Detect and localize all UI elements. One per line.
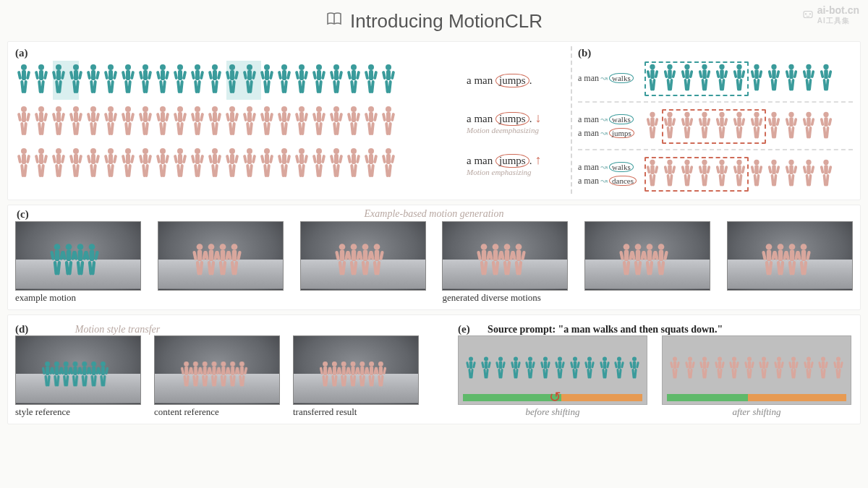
humanoid-figure [189, 106, 206, 139]
svg-rect-490 [720, 117, 724, 127]
svg-point-663 [373, 244, 380, 250]
svg-point-93 [281, 64, 287, 70]
svg-rect-178 [143, 112, 148, 122]
svg-rect-425 [716, 70, 720, 79]
svg-rect-191 [174, 113, 178, 122]
svg-rect-342 [234, 155, 239, 164]
svg-rect-239 [312, 113, 317, 122]
svg-rect-689 [511, 251, 516, 261]
humanoid-figure [524, 354, 537, 384]
svg-point-279 [56, 148, 61, 154]
svg-rect-124 [369, 70, 373, 80]
svg-point-579 [788, 160, 793, 165]
svg-point-381 [351, 148, 357, 154]
svg-rect-246 [339, 113, 343, 122]
humanoid-figure [697, 158, 712, 190]
svg-rect-154 [74, 112, 78, 122]
panel-e-tag: (e) [458, 323, 470, 335]
humanoid-figure [698, 354, 711, 384]
svg-rect-912 [576, 361, 580, 368]
svg-rect-108 [321, 71, 326, 80]
humanoid-figure [119, 147, 137, 181]
svg-rect-502 [754, 117, 759, 127]
svg-rect-328 [195, 154, 200, 164]
humanoid-figure [224, 147, 241, 181]
svg-rect-232 [299, 112, 304, 122]
humanoid-figure [102, 64, 119, 97]
humanoid-figure [362, 64, 380, 97]
humanoid-figure [787, 354, 800, 384]
humanoid-figure [679, 158, 695, 190]
svg-rect-54 [165, 71, 169, 80]
humanoid-figure [85, 64, 102, 97]
svg-point-111 [333, 64, 339, 70]
svg-rect-378 [339, 155, 343, 164]
svg-rect-887 [511, 361, 514, 368]
humanoid-figure [380, 147, 397, 181]
svg-rect-22 [74, 70, 78, 80]
svg-rect-53 [156, 71, 161, 80]
svg-rect-514 [789, 117, 793, 127]
svg-rect-424 [720, 69, 724, 79]
svg-point-963 [732, 357, 736, 361]
humanoid-figure [801, 111, 817, 142]
svg-rect-635 [216, 251, 221, 261]
svg-rect-641 [227, 251, 232, 261]
svg-rect-581 [786, 166, 790, 174]
svg-point-327 [195, 148, 200, 154]
svg-rect-664 [374, 250, 379, 261]
svg-point-489 [719, 112, 724, 117]
svg-rect-666 [379, 251, 384, 261]
svg-rect-112 [334, 70, 339, 80]
humanoid-figure [743, 354, 756, 384]
svg-rect-48 [148, 71, 152, 80]
humanoid-figure [628, 354, 641, 384]
svg-point-435 [754, 64, 759, 69]
humanoid-figure [345, 147, 362, 181]
svg-rect-954 [706, 361, 710, 368]
svg-rect-815 [227, 367, 231, 374]
humanoid-figure [598, 354, 611, 384]
thumb-wrap: example motion [15, 221, 141, 304]
svg-rect-323 [174, 155, 178, 164]
humanoid-figure [234, 358, 250, 393]
svg-rect-910 [573, 361, 576, 369]
humanoid-figure [818, 63, 834, 95]
panel-b-prompts: a man↝walksa man↝jumps [578, 113, 640, 140]
humanoid-figure [137, 106, 154, 139]
svg-rect-827 [320, 367, 324, 374]
svg-rect-520 [807, 117, 811, 127]
svg-rect-370 [317, 154, 321, 164]
svg-point-519 [806, 112, 811, 117]
svg-rect-106 [317, 70, 321, 80]
svg-rect-340 [230, 154, 234, 164]
robot-icon [801, 8, 814, 23]
svg-rect-42 [130, 71, 135, 80]
humanoid-figure [258, 147, 276, 181]
svg-rect-395 [382, 155, 386, 164]
svg-rect-156 [78, 113, 82, 122]
svg-rect-611 [73, 251, 78, 261]
svg-rect-977 [759, 361, 762, 368]
svg-point-549 [702, 160, 707, 165]
panel-c: (c) Example-based motion generation [7, 205, 861, 310]
svg-rect-293 [87, 155, 91, 164]
panel-d: (d) Motion style transfer [15, 322, 449, 418]
svg-rect-972 [751, 361, 754, 368]
svg-rect-486 [707, 118, 711, 127]
humanoid-figure [189, 147, 206, 181]
svg-rect-305 [122, 155, 126, 164]
svg-rect-688 [516, 250, 522, 261]
svg-rect-875 [481, 361, 485, 368]
thumb-label: generated diverse motions [442, 292, 568, 304]
humanoid-figure [154, 106, 171, 139]
svg-point-51 [160, 64, 166, 70]
svg-point-903 [558, 357, 562, 361]
svg-point-777 [101, 361, 106, 367]
svg-rect-214 [247, 112, 252, 122]
svg-rect-65 [191, 71, 195, 80]
svg-rect-401 [647, 70, 651, 79]
svg-rect-738 [806, 251, 811, 261]
svg-point-453 [806, 64, 811, 69]
humanoid-figure [766, 111, 782, 142]
